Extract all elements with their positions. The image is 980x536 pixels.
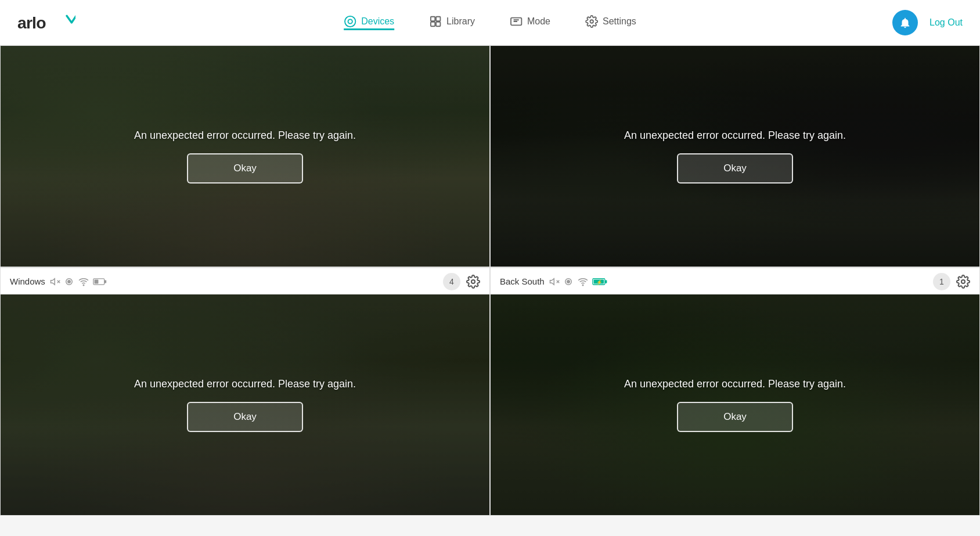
camera-icons-4: ⚡: [549, 276, 608, 287]
camera-card-1: An unexpected error occurred. Please try…: [0, 45, 490, 267]
okay-btn-2[interactable]: Okay: [677, 153, 793, 184]
svg-point-26: [582, 285, 583, 286]
svg-point-24: [567, 280, 570, 283]
nav-library[interactable]: Library: [429, 15, 475, 30]
speaker-icon-4: [549, 276, 560, 287]
error-msg-4: An unexpected error occurred. Please try…: [624, 378, 846, 390]
error-overlay-2: An unexpected error occurred. Please try…: [491, 46, 979, 267]
wifi-icon-3: [78, 276, 89, 287]
svg-point-31: [961, 280, 965, 283]
error-overlay-4: An unexpected error occurred. Please try…: [491, 294, 979, 515]
badge-count-4: 1: [933, 273, 950, 290]
camera-card-4: Back South: [490, 267, 980, 516]
header: arlo Devices Library: [0, 0, 980, 45]
error-msg-3: An unexpected error occurred. Please try…: [134, 378, 356, 390]
svg-marker-11: [51, 278, 55, 285]
camera-feed-3: An unexpected error occurred. Please try…: [1, 294, 489, 515]
logout-button[interactable]: Log Out: [929, 17, 963, 28]
svg-rect-19: [94, 279, 98, 283]
okay-btn-4[interactable]: Okay: [677, 402, 793, 432]
svg-rect-6: [436, 21, 440, 26]
main-nav: Devices Library Mode: [344, 15, 636, 30]
logo-svg: arlo: [17, 11, 75, 34]
gear-button-3[interactable]: [466, 275, 480, 289]
svg-marker-21: [550, 278, 554, 285]
svg-point-16: [83, 285, 84, 286]
camera-feed-4: An unexpected error occurred. Please try…: [491, 294, 979, 515]
camera-name-3: Windows: [10, 276, 45, 286]
svg-point-2: [348, 19, 352, 23]
svg-rect-5: [431, 21, 435, 26]
nav-devices-label: Devices: [361, 16, 394, 27]
svg-text:arlo: arlo: [17, 13, 46, 31]
gear-button-4[interactable]: [956, 275, 970, 289]
nav-devices[interactable]: Devices: [344, 15, 394, 30]
camera-icons-3: [50, 276, 107, 287]
camera-info-bar-4: Back South: [491, 268, 979, 294]
speaker-icon-3: [50, 276, 60, 287]
svg-point-1: [345, 16, 355, 26]
battery-icon-3: [93, 276, 107, 287]
notifications-button[interactable]: [892, 10, 918, 35]
svg-point-14: [67, 280, 71, 283]
camera-feed-1: An unexpected error occurred. Please try…: [1, 46, 489, 267]
error-msg-1: An unexpected error occurred. Please try…: [134, 129, 356, 142]
camera-card-3: Windows: [0, 267, 490, 516]
header-right: Log Out: [892, 10, 963, 35]
camera-feed-2: An unexpected error occurred. Please try…: [491, 46, 979, 267]
svg-rect-4: [436, 16, 440, 20]
nav-mode-label: Mode: [527, 16, 550, 27]
okay-btn-1[interactable]: Okay: [187, 153, 303, 184]
battery-charging-icon-4: ⚡: [592, 276, 608, 287]
svg-rect-3: [431, 16, 435, 20]
svg-text:⚡: ⚡: [596, 278, 603, 285]
error-msg-2: An unexpected error occurred. Please try…: [624, 129, 846, 142]
dot-icon-4: [563, 276, 574, 287]
dot-icon-3: [64, 276, 74, 287]
nav-mode[interactable]: Mode: [510, 15, 550, 30]
camera-grid: An unexpected error occurred. Please try…: [0, 45, 980, 516]
svg-rect-28: [605, 280, 607, 283]
okay-btn-3[interactable]: Okay: [187, 402, 303, 432]
svg-rect-18: [105, 280, 106, 283]
svg-point-20: [471, 280, 475, 283]
camera-info-bar-3: Windows: [1, 268, 489, 294]
nav-library-label: Library: [446, 16, 475, 27]
error-overlay-1: An unexpected error occurred. Please try…: [1, 46, 489, 267]
nav-settings[interactable]: Settings: [585, 15, 636, 30]
logo: arlo: [17, 11, 75, 34]
wifi-icon-4: [577, 276, 589, 287]
error-overlay-3: An unexpected error occurred. Please try…: [1, 294, 489, 515]
nav-settings-label: Settings: [603, 16, 636, 27]
svg-point-10: [590, 20, 593, 23]
badge-count-3: 4: [443, 273, 460, 290]
camera-name-4: Back South: [500, 276, 545, 286]
camera-card-2: An unexpected error occurred. Please try…: [490, 45, 980, 267]
